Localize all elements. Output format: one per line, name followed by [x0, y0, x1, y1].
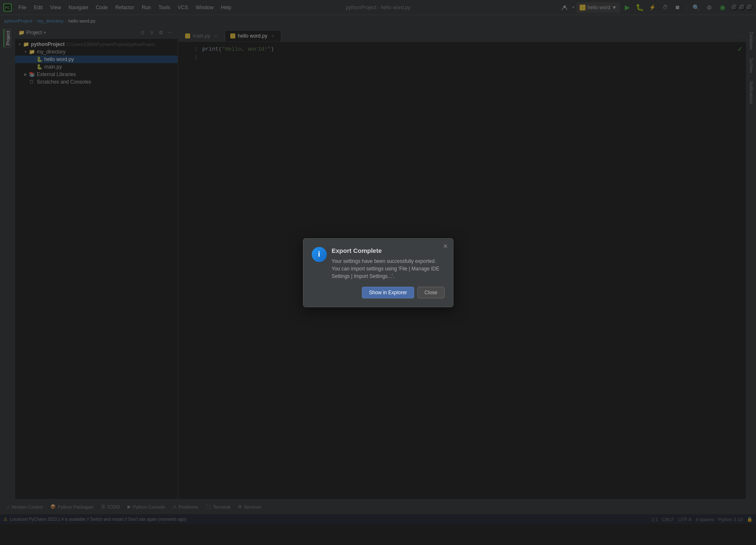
dialog-message: Your settings have been successfully exp…: [332, 257, 445, 280]
dialog-title: Export Complete: [332, 247, 445, 254]
dialog-message-line1: Your settings have been successfully exp…: [332, 258, 436, 264]
dialog-text-content: Export Complete Your settings have been …: [332, 247, 445, 280]
dialog-overlay: ✕ i Export Complete Your settings have b…: [0, 0, 756, 545]
dialog-close-button[interactable]: Close: [417, 287, 445, 298]
dialog-info-icon: i: [312, 247, 327, 262]
dialog-close-x-button[interactable]: ✕: [441, 242, 450, 250]
show-in-explorer-button[interactable]: Show in Explorer: [362, 287, 414, 298]
dialog-buttons: Show in Explorer Close: [312, 287, 445, 298]
export-complete-dialog: ✕ i Export Complete Your settings have b…: [303, 238, 453, 307]
dialog-message-line2: You can import settings using 'File | Ma…: [332, 266, 440, 279]
dialog-header: i Export Complete Your settings have bee…: [312, 247, 445, 280]
